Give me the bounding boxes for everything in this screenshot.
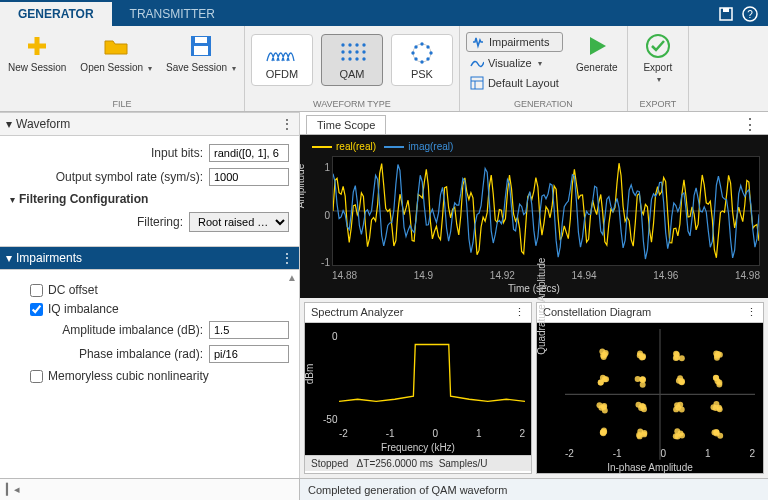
svg-point-104 (637, 433, 643, 439)
wavetype-ofdm[interactable]: OFDM (251, 34, 313, 86)
svg-point-44 (637, 353, 643, 359)
psk-circle-icon (408, 41, 436, 65)
svg-point-22 (420, 60, 423, 63)
iq-imbalance-label: IQ imbalance (48, 302, 119, 316)
memoryless-label: Memoryless cubic nonlinearity (48, 369, 209, 383)
svg-point-26 (414, 57, 417, 60)
svg-point-109 (675, 434, 681, 440)
dc-offset-checkbox[interactable] (30, 284, 43, 297)
filtering-label: Filtering: (137, 215, 183, 229)
scroll-up-icon[interactable]: ▲ (287, 272, 297, 283)
input-bits-label: Input bits: (151, 146, 203, 160)
svg-point-27 (414, 45, 417, 48)
visualize-button[interactable]: Visualize▾ (466, 54, 563, 72)
svg-point-89 (675, 405, 681, 411)
save-icon[interactable] (718, 6, 734, 22)
svg-point-8 (348, 43, 351, 46)
tab-transmitter[interactable]: TRANSMITTER (112, 2, 233, 26)
ofdm-icon (265, 41, 299, 65)
svg-point-94 (716, 405, 722, 411)
more-icon[interactable]: ⋮ (514, 306, 525, 319)
open-session-button[interactable]: Open Session ▾ (78, 30, 154, 76)
floppy-icon (187, 32, 215, 60)
svg-point-13 (355, 50, 358, 53)
svg-point-11 (341, 50, 344, 53)
svg-point-39 (600, 353, 606, 359)
save-session-button[interactable]: Save Session ▾ (164, 30, 238, 76)
wavetype-psk[interactable]: PSK (391, 34, 453, 86)
wavetype-qam[interactable]: QAM (321, 34, 383, 86)
status-message: Completed generation of QAM waveform (300, 479, 768, 500)
svg-rect-5 (195, 37, 207, 43)
symbol-rate-field[interactable] (209, 168, 289, 186)
svg-point-79 (601, 404, 607, 410)
svg-point-24 (426, 45, 429, 48)
group-file-label: FILE (6, 99, 238, 109)
spectrum-title: Spectrum Analyzer (311, 306, 403, 319)
generate-button[interactable]: Generate (573, 30, 621, 92)
filtering-select[interactable]: Root raised … (189, 212, 289, 232)
help-icon[interactable]: ? (742, 6, 758, 22)
group-export-label: EXPORT (634, 99, 682, 109)
visualize-icon (470, 56, 484, 70)
tab-time-scope[interactable]: Time Scope (306, 115, 386, 134)
svg-point-114 (714, 431, 720, 437)
constellation-title: Constellation Diagram (543, 306, 651, 319)
layout-icon (470, 76, 484, 90)
more-icon[interactable]: ⋮ (746, 306, 757, 319)
plus-icon (23, 32, 51, 60)
default-layout-button[interactable]: Default Layout (466, 74, 563, 92)
export-button[interactable]: Export▾ (634, 30, 682, 87)
svg-point-20 (420, 42, 423, 45)
more-icon[interactable]: ⋮ (281, 251, 293, 265)
dc-offset-label: DC offset (48, 283, 98, 297)
impairments-button[interactable]: Impairments (466, 32, 563, 52)
group-generation-label: GENERATION (466, 99, 621, 109)
play-icon (583, 32, 611, 60)
svg-point-49 (679, 355, 685, 361)
svg-point-12 (348, 50, 351, 53)
time-scope-plot: real(real) imag(real) Amplitude 10-1 14.… (300, 135, 768, 298)
memoryless-checkbox[interactable] (30, 370, 43, 383)
impairments-icon (471, 35, 485, 49)
svg-point-18 (362, 57, 365, 60)
svg-point-48 (673, 351, 679, 357)
svg-point-59 (600, 375, 606, 381)
svg-point-10 (362, 43, 365, 46)
folder-open-icon (102, 32, 130, 60)
more-icon[interactable]: ⋮ (732, 115, 768, 134)
svg-rect-6 (194, 46, 208, 55)
svg-point-7 (341, 43, 344, 46)
svg-point-16 (348, 57, 351, 60)
qam-grid-icon (338, 41, 366, 65)
iq-imbalance-checkbox[interactable] (30, 303, 43, 316)
svg-point-9 (355, 43, 358, 46)
spectrum-status: Stopped (311, 458, 348, 469)
input-bits-field[interactable] (209, 144, 289, 162)
svg-text:?: ? (747, 9, 753, 20)
phase-imbalance-field[interactable] (209, 345, 289, 363)
svg-point-15 (341, 57, 344, 60)
waveform-panel-header[interactable]: ▾Waveform⋮ (0, 112, 299, 136)
spectrum-plot: dBm 0-50 -2-1012 Frequency (kHz) (305, 323, 531, 455)
svg-point-21 (429, 51, 432, 54)
svg-point-17 (355, 57, 358, 60)
svg-point-25 (426, 57, 429, 60)
new-session-button[interactable]: New Session (6, 30, 68, 75)
check-icon (644, 32, 672, 60)
svg-point-23 (411, 51, 414, 54)
constellation-plot: Quadrature Amplitude -2-1012 In-phase Am… (537, 323, 763, 473)
svg-point-14 (362, 50, 365, 53)
symbol-rate-label: Output symbol rate (sym/s): (56, 170, 203, 184)
collapse-icon[interactable]: ▎◂ (6, 483, 20, 496)
tab-generator[interactable]: GENERATOR (0, 2, 112, 26)
svg-rect-1 (723, 8, 729, 12)
time-xlabel: Time (secs) (304, 281, 764, 294)
svg-point-108 (674, 428, 680, 434)
svg-rect-28 (471, 77, 483, 89)
more-icon[interactable]: ⋮ (281, 117, 293, 131)
phase-imbalance-label: Phase imbalance (rad): (79, 347, 203, 361)
impairments-panel-header[interactable]: ▾Impairments⋮ (0, 246, 299, 270)
amp-imbalance-field[interactable] (209, 321, 289, 339)
filtering-config-header[interactable]: ▾Filtering Configuration (10, 192, 289, 206)
